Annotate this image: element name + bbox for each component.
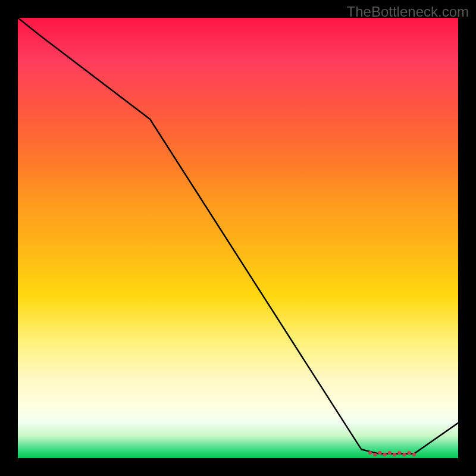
svg-point-6 (397, 451, 401, 455)
svg-point-1 (373, 453, 377, 456)
svg-point-5 (393, 453, 396, 456)
svg-point-3 (383, 453, 387, 456)
svg-point-8 (408, 451, 411, 455)
svg-point-9 (412, 453, 416, 456)
svg-point-0 (368, 451, 372, 455)
series-line (18, 18, 458, 454)
chart-plot-area (18, 18, 458, 458)
svg-point-7 (402, 453, 406, 456)
chart-overlay-svg (18, 18, 458, 458)
svg-point-4 (388, 451, 392, 455)
svg-point-2 (378, 451, 381, 455)
watermark-text: TheBottleneck.com (347, 4, 469, 20)
